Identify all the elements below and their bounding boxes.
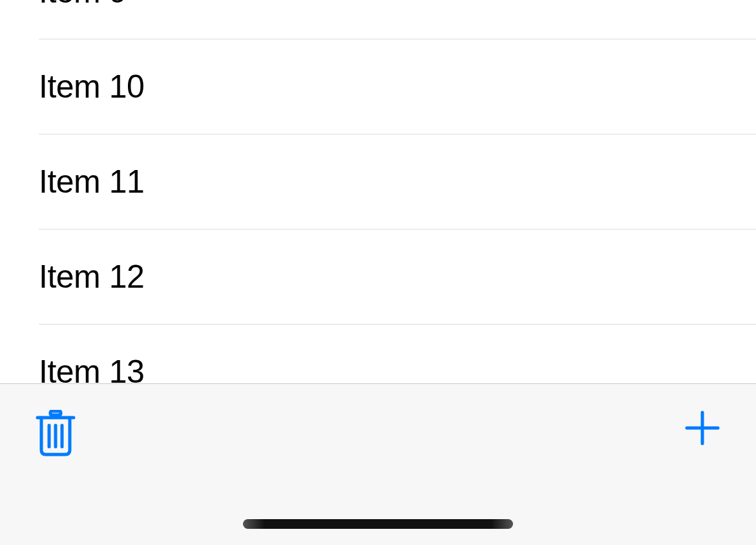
list-item-label: Item 10 xyxy=(39,69,144,105)
list-item[interactable]: Item 11 xyxy=(0,134,756,230)
home-indicator[interactable] xyxy=(243,519,513,529)
item-list[interactable]: Item 9 Item 10 Item 11 Item 12 Item 13 xyxy=(0,0,756,383)
delete-button[interactable] xyxy=(36,410,76,456)
svg-rect-0 xyxy=(50,411,61,415)
list-item[interactable]: Item 12 xyxy=(0,230,756,325)
list-item[interactable]: Item 9 xyxy=(0,0,756,39)
list-item-label: Item 9 xyxy=(39,0,127,10)
add-button[interactable] xyxy=(684,410,720,446)
trash-icon xyxy=(36,410,76,456)
list-item[interactable]: Item 10 xyxy=(0,39,756,134)
bottom-toolbar xyxy=(0,383,756,545)
list-item-label: Item 12 xyxy=(39,259,144,295)
list-item-label: Item 13 xyxy=(39,354,144,383)
list-item-label: Item 11 xyxy=(39,164,144,200)
plus-icon xyxy=(684,410,720,446)
list-item[interactable]: Item 13 xyxy=(0,325,756,383)
